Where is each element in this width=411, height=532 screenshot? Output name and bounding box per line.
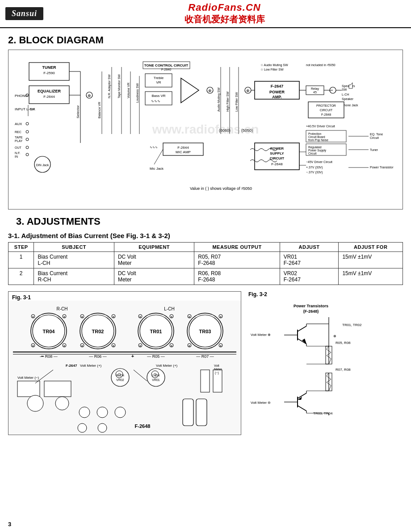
svg-text:⊙: ⊙ [117, 372, 121, 377]
svg-text:REC: REC [15, 130, 21, 134]
figures-row: Fig. 3-1 R-CH L-CH TR04 ✕ ✕ ✕ ✕ TR02 [8, 291, 403, 435]
svg-text:Power Transistors: Power Transistors [294, 304, 328, 308]
svg-text:DIN Jack: DIN Jack [36, 163, 49, 167]
svg-text:Volume VR: Volume VR [127, 83, 130, 98]
block-diagram-container: www.radiofans.cn TUNER F-2590 EQUALIZER … [8, 50, 403, 209]
svg-rect-207 [196, 399, 207, 426]
svg-point-201 [79, 407, 90, 418]
svg-point-202 [97, 407, 108, 418]
svg-text:⊙: ⊙ [153, 372, 157, 377]
svg-text:IN: IN [15, 155, 18, 158]
svg-text:✕: ✕ [139, 344, 142, 348]
svg-text:+.37V (33V): +.37V (33V) [306, 166, 323, 169]
svg-point-205 [98, 423, 107, 432]
svg-text:✕: ✕ [63, 344, 66, 348]
svg-text:∿∿∿: ∿∿∿ [151, 99, 160, 103]
svg-text:Treble: Treble [154, 76, 164, 80]
fig32-label: Fig. 3-2 [248, 291, 403, 297]
svg-text:F-2647: F-2647 [271, 84, 284, 88]
svg-text:✕: ✕ [170, 315, 173, 318]
svg-text:CIRCUIT: CIRCUIT [320, 109, 333, 112]
svg-text:Circuit: Circuit [308, 152, 317, 155]
svg-text:Balance VR: Balance VR [98, 102, 101, 118]
fig32-svg: Power Transistors (F-2648) TR01, TR02 Vo… [248, 299, 373, 424]
svg-text:Loudness SW: Loudness SW [136, 83, 139, 103]
svg-text:VR01: VR01 [152, 378, 160, 381]
svg-text:CIRCUIT: CIRCUIT [270, 156, 285, 160]
svg-text:Circuit Board: Circuit Board [308, 135, 325, 138]
svg-text:PLAY: PLAY [15, 139, 23, 142]
svg-text:✕: ✕ [139, 315, 142, 318]
svg-text:PROTECTOR: PROTECTOR [316, 104, 336, 107]
chinese-name: 收音机爱好者资料库 [185, 13, 265, 25]
svg-text:Volt: Volt [214, 364, 219, 367]
svg-text:TR03: TR03 [199, 329, 211, 334]
col-step: STEP [8, 243, 34, 252]
sansui-logo: Sansui [5, 7, 43, 20]
page-number: 3 [8, 521, 11, 528]
svg-text:−: − [41, 353, 44, 359]
svg-text:✕: ✕ [63, 315, 66, 318]
svg-text:F-2648: F-2648 [135, 423, 151, 429]
svg-text:TONE CONTROL CIRCUIT: TONE CONTROL CIRCUIT [144, 63, 188, 67]
svg-text:F-2648: F-2648 [321, 113, 331, 116]
svg-text:✕: ✕ [219, 344, 222, 348]
svg-text:F-2648: F-2648 [271, 162, 283, 166]
svg-text:TUNER: TUNER [42, 65, 56, 70]
svg-rect-193 [44, 381, 71, 397]
svg-text:SW: SW [342, 88, 347, 91]
header-center: RadioFans.CN 收音机爱好者资料库 [43, 2, 406, 25]
svg-text:VR: VR [156, 80, 161, 84]
svg-text:+40.5V Driver Circuit: +40.5V Driver Circuit [306, 125, 335, 128]
svg-text:F-2644: F-2644 [43, 95, 55, 99]
svg-text:Tuner: Tuner [370, 148, 378, 151]
svg-line-217 [298, 326, 306, 331]
svg-text:EQUALIZER: EQUALIZER [38, 89, 61, 93]
col-subject: SUBJECT [34, 243, 114, 252]
table-row: 2Bias CurrentR-CHDC VoltMeterR06, R08F-2… [8, 268, 403, 285]
svg-text:Volt Meter (−): Volt Meter (−) [17, 376, 39, 380]
svg-text:⊕: ⊕ [246, 88, 250, 93]
svg-text:Relay: Relay [311, 87, 319, 91]
svg-line-230 [298, 393, 306, 398]
svg-text:Selector: Selector [76, 105, 80, 118]
svg-text:N.F.: N.F. [15, 151, 21, 155]
svg-text:TR03, TR04: TR03, TR04 [313, 411, 333, 415]
svg-text:✕: ✕ [170, 344, 173, 348]
svg-text:OUT: OUT [15, 146, 22, 149]
svg-text:⊕: ⊕ [208, 88, 212, 93]
svg-text:(5050): (5050) [241, 128, 253, 133]
svg-point-203 [115, 407, 126, 418]
svg-text:N.R. Adaptor SW: N.R. Adaptor SW [108, 74, 111, 98]
svg-text:N.F.: N.F. [30, 108, 36, 111]
svg-text:F-2590: F-2590 [43, 71, 55, 75]
site-name: RadioFans.CN [188, 2, 260, 13]
col-measure: MEASURE OUTPUT [194, 243, 280, 252]
block-diagram-svg: TUNER F-2590 EQUALIZER F-2644 PHONO INPU… [11, 54, 395, 205]
svg-text:High Filter SW: High Filter SW [226, 91, 230, 112]
svg-text:POWER: POWER [269, 90, 285, 94]
svg-text:Tape Monitor SW: Tape Monitor SW [117, 74, 121, 98]
svg-text:Mic Jack: Mic Jack [150, 167, 164, 171]
svg-text:R-CH: R-CH [57, 306, 68, 311]
fig31-label: Fig. 3-1 [12, 294, 31, 301]
fig31-container: Fig. 3-1 R-CH L-CH TR04 ✕ ✕ ✕ ✕ TR02 [8, 291, 241, 435]
svg-text:— R07 —: — R07 — [196, 354, 214, 359]
svg-text:F-2640: F-2640 [161, 68, 171, 71]
svg-text:✕: ✕ [188, 344, 191, 348]
svg-text:✕: ✕ [112, 344, 115, 348]
section2-heading: 2. BLOCK DIAGRAM [8, 34, 403, 46]
svg-point-199 [27, 395, 43, 411]
svg-text:POWER: POWER [270, 147, 284, 151]
table-row: 1Bias CurrentL-CHDC VoltMeterR05, R07F-2… [8, 252, 403, 268]
svg-text:✕: ✕ [32, 315, 34, 318]
svg-text:Volt Meter (+): Volt Meter (+) [80, 364, 102, 368]
svg-text:AUX: AUX [15, 122, 22, 126]
svg-text:Speaker: Speaker [342, 97, 354, 101]
svg-line-231 [298, 406, 306, 411]
svg-text:☆ Low Filter SW: ☆ Low Filter SW [260, 68, 284, 71]
svg-text:☆ Audio Muting SW: ☆ Audio Muting SW [260, 63, 288, 67]
svg-text:Speakers: Speakers [342, 84, 355, 88]
svg-text:✕: ✕ [81, 315, 84, 318]
svg-text:Audio Muting SW: Audio Muting SW [217, 88, 221, 112]
